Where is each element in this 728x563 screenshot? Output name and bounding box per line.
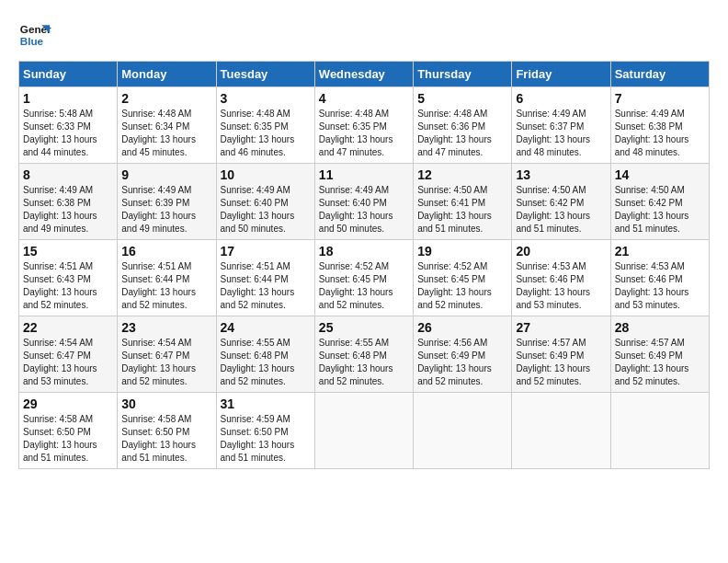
calendar-cell: 4 Sunrise: 4:48 AM Sunset: 6:35 PM Dayli…: [314, 87, 413, 164]
day-detail: Sunrise: 4:48 AM Sunset: 6:34 PM Dayligh…: [121, 108, 211, 159]
day-detail: Sunrise: 4:55 AM Sunset: 6:48 PM Dayligh…: [221, 337, 311, 388]
calendar-cell: 20 Sunrise: 4:53 AM Sunset: 6:46 PM Dayl…: [512, 240, 610, 316]
calendar-cell: 19 Sunrise: 4:52 AM Sunset: 6:45 PM Dayl…: [414, 240, 512, 316]
calendar-cell: 30 Sunrise: 4:58 AM Sunset: 6:50 PM Dayl…: [118, 393, 216, 469]
calendar-cell: 12 Sunrise: 4:50 AM Sunset: 6:41 PM Dayl…: [414, 164, 512, 240]
day-number: 7: [615, 91, 705, 106]
calendar-cell: [610, 393, 709, 469]
calendar-cell: 9 Sunrise: 4:49 AM Sunset: 6:39 PM Dayli…: [118, 164, 216, 240]
day-detail: Sunrise: 4:59 AM Sunset: 6:50 PM Dayligh…: [221, 413, 311, 465]
day-number: 23: [121, 320, 211, 335]
calendar-week-row: 22 Sunrise: 4:54 AM Sunset: 6:47 PM Dayl…: [19, 316, 710, 393]
day-number: 3: [221, 91, 311, 106]
svg-text:Blue: Blue: [20, 35, 44, 47]
day-detail: Sunrise: 4:53 AM Sunset: 6:46 PM Dayligh…: [516, 260, 606, 312]
day-detail: Sunrise: 4:58 AM Sunset: 6:50 PM Dayligh…: [23, 413, 113, 465]
day-detail: Sunrise: 4:49 AM Sunset: 6:40 PM Dayligh…: [221, 184, 311, 236]
logo-icon: General Blue: [18, 18, 51, 52]
day-detail: Sunrise: 4:51 AM Sunset: 6:44 PM Dayligh…: [121, 260, 211, 312]
day-number: 21: [615, 244, 705, 259]
page-header: General Blue: [18, 18, 710, 52]
day-detail: Sunrise: 4:50 AM Sunset: 6:41 PM Dayligh…: [417, 184, 507, 236]
calendar-cell: 10 Sunrise: 4:49 AM Sunset: 6:40 PM Dayl…: [216, 164, 314, 240]
day-number: 2: [121, 91, 211, 106]
day-detail: Sunrise: 4:54 AM Sunset: 6:47 PM Dayligh…: [121, 337, 211, 388]
day-detail: Sunrise: 4:49 AM Sunset: 6:40 PM Dayligh…: [319, 184, 409, 236]
day-detail: Sunrise: 5:48 AM Sunset: 6:33 PM Dayligh…: [23, 108, 113, 159]
calendar-week-row: 29 Sunrise: 4:58 AM Sunset: 6:50 PM Dayl…: [19, 393, 710, 469]
calendar-cell: [414, 393, 512, 469]
day-detail: Sunrise: 4:48 AM Sunset: 6:35 PM Dayligh…: [221, 108, 311, 159]
day-number: 29: [23, 396, 113, 411]
calendar-cell: 14 Sunrise: 4:50 AM Sunset: 6:42 PM Dayl…: [610, 164, 709, 240]
day-detail: Sunrise: 4:54 AM Sunset: 6:47 PM Dayligh…: [23, 337, 113, 388]
calendar-table: SundayMondayTuesdayWednesdayThursdayFrid…: [18, 61, 710, 469]
calendar-cell: 29 Sunrise: 4:58 AM Sunset: 6:50 PM Dayl…: [19, 393, 118, 469]
day-detail: Sunrise: 4:49 AM Sunset: 6:38 PM Dayligh…: [615, 108, 705, 159]
day-number: 4: [319, 91, 409, 106]
calendar-cell: 24 Sunrise: 4:55 AM Sunset: 6:48 PM Dayl…: [216, 316, 314, 393]
calendar-cell: 27 Sunrise: 4:57 AM Sunset: 6:49 PM Dayl…: [512, 316, 610, 393]
calendar-cell: 28 Sunrise: 4:57 AM Sunset: 6:49 PM Dayl…: [610, 316, 709, 393]
calendar-cell: 1 Sunrise: 5:48 AM Sunset: 6:33 PM Dayli…: [19, 87, 118, 164]
day-number: 28: [615, 320, 705, 335]
day-detail: Sunrise: 4:50 AM Sunset: 6:42 PM Dayligh…: [615, 184, 705, 236]
day-number: 8: [23, 167, 113, 182]
calendar-header-sunday: Sunday: [19, 62, 118, 87]
calendar-cell: 6 Sunrise: 4:49 AM Sunset: 6:37 PM Dayli…: [512, 87, 610, 164]
day-number: 24: [221, 320, 311, 335]
calendar-cell: 23 Sunrise: 4:54 AM Sunset: 6:47 PM Dayl…: [118, 316, 216, 393]
day-detail: Sunrise: 4:48 AM Sunset: 6:36 PM Dayligh…: [417, 108, 507, 159]
calendar-cell: 21 Sunrise: 4:53 AM Sunset: 6:46 PM Dayl…: [610, 240, 709, 316]
day-number: 31: [221, 396, 311, 411]
day-number: 11: [319, 167, 409, 182]
day-detail: Sunrise: 4:56 AM Sunset: 6:49 PM Dayligh…: [417, 337, 507, 388]
calendar-cell: 13 Sunrise: 4:50 AM Sunset: 6:42 PM Dayl…: [512, 164, 610, 240]
day-detail: Sunrise: 4:53 AM Sunset: 6:46 PM Dayligh…: [615, 260, 705, 312]
day-detail: Sunrise: 4:51 AM Sunset: 6:43 PM Dayligh…: [23, 260, 113, 312]
calendar-header-friday: Friday: [512, 62, 610, 87]
calendar-header-row: SundayMondayTuesdayWednesdayThursdayFrid…: [19, 62, 710, 87]
day-number: 14: [615, 167, 705, 182]
day-number: 26: [417, 320, 507, 335]
calendar-cell: 5 Sunrise: 4:48 AM Sunset: 6:36 PM Dayli…: [414, 87, 512, 164]
day-number: 17: [221, 244, 311, 259]
calendar-header-thursday: Thursday: [414, 62, 512, 87]
day-number: 15: [23, 244, 113, 259]
calendar-cell: 31 Sunrise: 4:59 AM Sunset: 6:50 PM Dayl…: [216, 393, 314, 469]
day-detail: Sunrise: 4:49 AM Sunset: 6:39 PM Dayligh…: [121, 184, 211, 236]
calendar-header-tuesday: Tuesday: [216, 62, 314, 87]
calendar-cell: 11 Sunrise: 4:49 AM Sunset: 6:40 PM Dayl…: [314, 164, 413, 240]
day-number: 22: [23, 320, 113, 335]
calendar-cell: 22 Sunrise: 4:54 AM Sunset: 6:47 PM Dayl…: [19, 316, 118, 393]
day-number: 27: [516, 320, 606, 335]
day-detail: Sunrise: 4:55 AM Sunset: 6:48 PM Dayligh…: [319, 337, 409, 388]
day-detail: Sunrise: 4:52 AM Sunset: 6:45 PM Dayligh…: [417, 260, 507, 312]
day-number: 10: [221, 167, 311, 182]
calendar-cell: 3 Sunrise: 4:48 AM Sunset: 6:35 PM Dayli…: [216, 87, 314, 164]
calendar-header-monday: Monday: [118, 62, 216, 87]
day-detail: Sunrise: 4:52 AM Sunset: 6:45 PM Dayligh…: [319, 260, 409, 312]
calendar-cell: 25 Sunrise: 4:55 AM Sunset: 6:48 PM Dayl…: [314, 316, 413, 393]
day-detail: Sunrise: 4:50 AM Sunset: 6:42 PM Dayligh…: [516, 184, 606, 236]
day-detail: Sunrise: 4:49 AM Sunset: 6:37 PM Dayligh…: [516, 108, 606, 159]
day-number: 13: [516, 167, 606, 182]
day-number: 19: [417, 244, 507, 259]
day-number: 9: [121, 167, 211, 182]
calendar-cell: 2 Sunrise: 4:48 AM Sunset: 6:34 PM Dayli…: [118, 87, 216, 164]
calendar-cell: 26 Sunrise: 4:56 AM Sunset: 6:49 PM Dayl…: [414, 316, 512, 393]
calendar-cell: 15 Sunrise: 4:51 AM Sunset: 6:43 PM Dayl…: [19, 240, 118, 316]
calendar-cell: 17 Sunrise: 4:51 AM Sunset: 6:44 PM Dayl…: [216, 240, 314, 316]
calendar-cell: [512, 393, 610, 469]
day-number: 18: [319, 244, 409, 259]
day-number: 6: [516, 91, 606, 106]
day-number: 5: [417, 91, 507, 106]
calendar-header-wednesday: Wednesday: [314, 62, 413, 87]
day-number: 25: [319, 320, 409, 335]
day-number: 1: [23, 91, 113, 106]
day-detail: Sunrise: 4:57 AM Sunset: 6:49 PM Dayligh…: [615, 337, 705, 388]
calendar-cell: 18 Sunrise: 4:52 AM Sunset: 6:45 PM Dayl…: [314, 240, 413, 316]
day-detail: Sunrise: 4:58 AM Sunset: 6:50 PM Dayligh…: [121, 413, 211, 465]
day-detail: Sunrise: 4:49 AM Sunset: 6:38 PM Dayligh…: [23, 184, 113, 236]
day-detail: Sunrise: 4:51 AM Sunset: 6:44 PM Dayligh…: [221, 260, 311, 312]
